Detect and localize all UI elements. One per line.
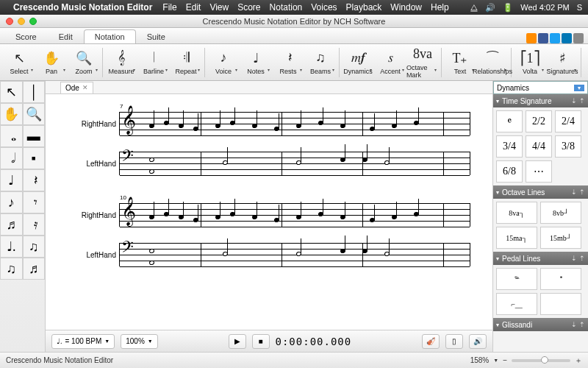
- tab-suite[interactable]: Suite: [136, 29, 176, 43]
- palette-cell[interactable]: ♪: [0, 191, 23, 213]
- document-tab[interactable]: Ode ✕: [60, 82, 93, 93]
- metronome-button[interactable]: ▯: [445, 334, 463, 349]
- panel-cell[interactable]: ⋯: [526, 160, 552, 183]
- staff[interactable]: 10 𝄞: [119, 203, 470, 227]
- menu-window[interactable]: Window: [390, 2, 422, 13]
- zoom-in-button[interactable]: ＋: [575, 355, 582, 366]
- palette-cell[interactable]: ♩: [0, 169, 23, 191]
- menu-score[interactable]: Score: [237, 2, 260, 13]
- section-time-signature[interactable]: ▾Time Signature⇣ ⇡: [493, 94, 588, 107]
- panel-cell[interactable]: 8va┐: [496, 202, 537, 224]
- section-octave-lines[interactable]: ▾Octave Lines⇣ ⇡: [493, 185, 588, 199]
- ribbon-volta[interactable]: ⎡1⎤ Volta ▾: [514, 46, 546, 79]
- ribbon-accent[interactable]: 𝆍 Accent ▾: [374, 46, 406, 79]
- instrument-button[interactable]: 🎻: [422, 334, 440, 349]
- ribbon-rests[interactable]: 𝄽 Rests ▾: [272, 46, 304, 79]
- panel-cell[interactable]: 15ma┐: [496, 227, 537, 249]
- panel-cell[interactable]: 𝄴: [496, 110, 523, 132]
- palette-cell[interactable]: ▬: [23, 125, 46, 147]
- app-name[interactable]: Crescendo Music Notation Editor: [13, 2, 152, 13]
- panel-cell[interactable]: 15mb┘: [540, 227, 581, 249]
- score-area: Ode ✕ RightHand 7 𝄞 LeftHand 𝄢 RightHand…: [46, 81, 492, 352]
- battery-icon[interactable]: 🔋: [503, 3, 513, 13]
- palette-cell[interactable]: ♫: [0, 258, 23, 280]
- panel-cell[interactable]: [540, 293, 581, 315]
- tempo-box[interactable]: ♩. = 100 BPM ▼: [51, 334, 115, 349]
- palette-cell[interactable]: 𝄾: [23, 191, 46, 213]
- menu-file[interactable]: File: [162, 2, 176, 13]
- menu-playback[interactable]: Playback: [346, 2, 382, 13]
- ribbon-notes[interactable]: ♩ Notes ▾: [240, 46, 272, 79]
- ribbon-barline[interactable]: 𝄀 Barline ▾: [137, 46, 170, 79]
- user-initial[interactable]: S: [577, 3, 582, 12]
- palette-cell[interactable]: 𝅗𝅥: [0, 147, 23, 169]
- menu-help[interactable]: Help: [431, 2, 449, 13]
- play-button[interactable]: ▶: [229, 334, 246, 349]
- facebook-icon[interactable]: [538, 33, 548, 43]
- panel-cell[interactable]: 4/4: [526, 135, 552, 158]
- palette-cell[interactable]: ✋: [0, 103, 23, 125]
- palette-cell[interactable]: 🔍: [23, 103, 46, 125]
- ribbon-zoom[interactable]: 🔍 Zoom ▾: [68, 46, 100, 79]
- panel-cell[interactable]: 3/4: [496, 135, 523, 158]
- menu-edit[interactable]: Edit: [186, 2, 201, 13]
- palette-cell[interactable]: │: [23, 81, 46, 103]
- palette-cell[interactable]: ♫: [23, 236, 46, 258]
- tab-edit[interactable]: Edit: [48, 29, 84, 43]
- menu-voices[interactable]: Voices: [311, 2, 337, 13]
- ribbon-octave-mark[interactable]: 8va Octave Mark ▾: [406, 46, 439, 79]
- staff[interactable]: 7 𝄞: [119, 112, 470, 135]
- score-canvas[interactable]: RightHand 7 𝄞 LeftHand 𝄢 RightHand 10 𝄞 …: [46, 94, 492, 330]
- panel-cell[interactable]: 𝆯: [540, 268, 581, 290]
- palette-cell[interactable]: 𝄿: [23, 213, 46, 236]
- menu-notation[interactable]: Notation: [270, 2, 303, 13]
- palette-cell[interactable]: ♬: [0, 213, 23, 236]
- staff[interactable]: 𝄢: [119, 243, 470, 266]
- palette-cell[interactable]: 𝅝: [0, 125, 23, 147]
- status-text: Crescendo Music Notation Editor: [6, 356, 113, 364]
- palette-cell[interactable]: ♩.: [0, 236, 23, 258]
- panel-cell[interactable]: 2/4: [555, 110, 581, 132]
- staff-label: RightHand: [75, 211, 119, 219]
- palette-cell[interactable]: ↖: [0, 81, 23, 103]
- staff[interactable]: 𝄢: [119, 152, 470, 175]
- ribbon-measure[interactable]: 𝄞 Measure ▾: [105, 46, 137, 79]
- ribbon-dynamics[interactable]: 𝆐𝆑 Dynamics ▾: [342, 46, 374, 79]
- panel-cell[interactable]: 2/2: [526, 110, 552, 132]
- ribbon-signatures[interactable]: ♯ Signatures ▾: [546, 46, 578, 79]
- ribbon-pan[interactable]: ✋ Pan ▾: [35, 46, 68, 79]
- close-icon[interactable]: ✕: [82, 84, 88, 91]
- share-icon[interactable]: [573, 33, 584, 43]
- stop-button[interactable]: ■: [252, 334, 270, 349]
- panel-cell[interactable]: 3/8: [555, 135, 581, 158]
- wifi-icon[interactable]: ⧋: [470, 3, 478, 13]
- tab-notation[interactable]: Notation: [84, 29, 136, 43]
- volume-button[interactable]: 🔊: [469, 334, 487, 349]
- home-icon[interactable]: [526, 33, 537, 43]
- ribbon-voice[interactable]: ♪ Voice ▾: [207, 46, 240, 79]
- volume-icon[interactable]: 🔊: [485, 3, 495, 13]
- panel-selector[interactable]: Dynamics▾: [493, 81, 588, 94]
- twitter-icon[interactable]: [550, 33, 560, 43]
- palette-cell[interactable]: ▪: [23, 147, 46, 169]
- section-pedal-lines[interactable]: ▾Pedal Lines⇣ ⇡: [493, 252, 588, 265]
- zoom-slider[interactable]: [512, 359, 570, 362]
- tab-score[interactable]: Score: [4, 29, 48, 43]
- zoom-out-button[interactable]: −: [503, 356, 507, 364]
- palette-cell[interactable]: 𝄽: [23, 169, 46, 191]
- panel-cell[interactable]: 6/8: [496, 160, 523, 183]
- ribbon-select[interactable]: ↖ Select ▾: [3, 46, 35, 79]
- ribbon-text[interactable]: T₊ Text ▾: [444, 46, 476, 79]
- panel-cell[interactable]: ⌐__: [496, 293, 537, 315]
- menu-view[interactable]: View: [209, 2, 229, 13]
- panel-cell[interactable]: 8vb┘: [540, 202, 581, 224]
- mac-menus[interactable]: FileEditViewScoreNotationVoicesPlaybackW…: [162, 2, 457, 13]
- linkedin-icon[interactable]: [562, 33, 572, 43]
- ribbon-repeat[interactable]: 𝄇 Repeat ▾: [170, 46, 202, 79]
- section-glissandi[interactable]: ▾Glissandi⇣ ⇡: [493, 318, 588, 331]
- panel-cell[interactable]: 𝆮: [496, 268, 537, 290]
- zoom-box[interactable]: 100% ▼: [121, 334, 158, 349]
- ribbon-beams[interactable]: ♫ Beams ▾: [304, 46, 337, 79]
- palette-cell[interactable]: ♬: [23, 258, 46, 280]
- ribbon-relationships[interactable]: ⁀ Relationships ▾: [476, 46, 509, 79]
